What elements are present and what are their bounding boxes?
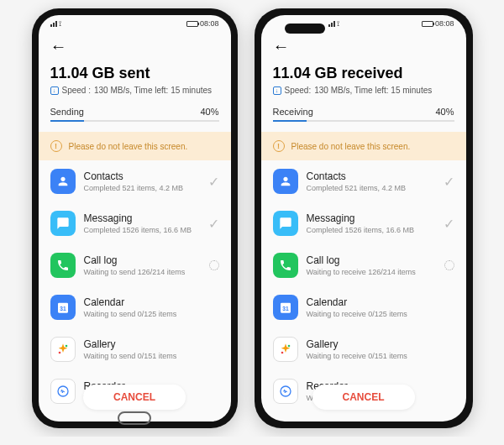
item-title: Gallery <box>307 338 454 350</box>
check-icon: ✓ <box>444 174 454 190</box>
speed-value: 130 MB/s, Time left: 15 minutes <box>94 86 212 95</box>
signal-icon <box>328 21 335 27</box>
list-item[interactable]: MessagingCompleted 1526 items, 16.6 MB✓ <box>50 202 219 244</box>
list-item[interactable]: 31CalendarWaiting to send 0/125 items <box>50 286 219 328</box>
page-title: 11.04 GB sent <box>50 65 219 82</box>
item-subtitle: Completed 521 items, 4.2 MB <box>84 184 200 192</box>
battery-icon <box>186 21 198 27</box>
warning-icon: ! <box>273 140 285 152</box>
item-subtitle: Completed 521 items, 4.2 MB <box>307 184 435 192</box>
calllog-icon <box>273 253 298 278</box>
list-item[interactable]: ContactsCompleted 521 items, 4.2 MB✓ <box>273 160 454 202</box>
list-item[interactable]: GalleryWaiting to receive 0/151 items <box>273 328 454 370</box>
warning-banner: ! Please do not leave this screen. <box>261 132 466 160</box>
spinner-icon <box>444 260 454 270</box>
page-title: 11.04 GB received <box>273 65 454 82</box>
item-subtitle: Waiting to send 126/214 items <box>84 268 201 276</box>
list-item[interactable]: MessagingCompleted 1526 items, 16.6 MB✓ <box>273 202 454 244</box>
gallery-icon <box>50 337 76 362</box>
svg-point-3 <box>58 352 60 354</box>
item-title: Call log <box>84 254 201 266</box>
svg-point-2 <box>65 345 67 348</box>
calllog-icon <box>50 253 76 278</box>
cancel-button[interactable]: CANCEL <box>312 385 415 410</box>
item-title: Gallery <box>84 338 219 350</box>
item-subtitle: Completed 1526 items, 16.6 MB <box>84 226 200 234</box>
tab-indicator <box>273 120 307 122</box>
signal-icon <box>50 21 57 27</box>
list-item[interactable]: Call logWaiting to receive 126/214 items <box>273 244 454 286</box>
check-icon: ✓ <box>208 216 219 232</box>
warning-banner: ! Please do not leave this screen. <box>39 132 231 160</box>
back-button[interactable]: ← <box>273 32 454 61</box>
svg-text:31: 31 <box>60 306 66 312</box>
status-bar: ⟟ 08:08 <box>39 15 231 32</box>
contacts-icon <box>50 169 76 194</box>
item-title: Calendar <box>84 296 219 308</box>
status-time: 08:08 <box>200 19 219 28</box>
item-subtitle: Waiting to receive 126/214 items <box>307 268 436 276</box>
item-subtitle: Waiting to receive 0/125 items <box>307 310 454 318</box>
warning-text: Please do not leave this screen. <box>291 142 411 151</box>
status-time: 08:08 <box>435 19 454 28</box>
item-subtitle: Completed 1526 items, 16.6 MB <box>307 226 435 234</box>
recorder-icon <box>273 379 298 404</box>
item-title: Contacts <box>307 170 435 182</box>
transfer-list: ContactsCompleted 521 items, 4.2 MB✓Mess… <box>50 160 219 412</box>
warning-icon: ! <box>50 140 62 152</box>
speed-value: 130 MB/s, Time left: 15 minutes <box>314 86 432 95</box>
svg-point-8 <box>281 352 283 354</box>
list-item[interactable]: 31CalendarWaiting to receive 0/125 items <box>273 286 454 328</box>
list-item[interactable]: Call logWaiting to send 126/214 items <box>50 244 219 286</box>
gallery-icon <box>273 337 298 362</box>
cancel-button[interactable]: CANCEL <box>83 385 186 410</box>
camera-pill <box>285 24 325 34</box>
messaging-icon <box>50 211 76 236</box>
tab-indicator <box>50 120 84 122</box>
speed-icon: ↓ <box>273 86 281 95</box>
messaging-icon <box>273 211 298 236</box>
progress-percent: 40% <box>435 107 454 117</box>
item-title: Messaging <box>307 212 435 224</box>
svg-point-7 <box>287 345 290 348</box>
tab-sending[interactable]: Sending <box>50 107 84 117</box>
phone-sender: ⟟ 08:08 ← 11.04 GB sent ↓ Speed : 130 MB… <box>32 8 238 428</box>
battery-icon <box>422 21 433 27</box>
progress-percent: 40% <box>200 107 218 117</box>
item-subtitle: Waiting to receive 0/151 items <box>307 352 454 360</box>
speed-icon: ↓ <box>50 86 59 95</box>
check-icon: ✓ <box>208 174 219 190</box>
home-button[interactable] <box>118 411 151 425</box>
back-button[interactable]: ← <box>50 32 219 61</box>
item-title: Contacts <box>84 170 200 182</box>
contacts-icon <box>273 169 298 194</box>
speed-label: Speed: <box>285 86 312 95</box>
item-title: Calendar <box>307 296 454 308</box>
check-icon: ✓ <box>444 216 454 232</box>
item-title: Messaging <box>84 212 200 224</box>
tab-receiving[interactable]: Receiving <box>273 107 313 117</box>
item-subtitle: Waiting to send 0/125 items <box>84 310 219 318</box>
speed-label: Speed : <box>62 86 91 95</box>
calendar-icon: 31 <box>50 295 76 320</box>
phone-receiver: ⟟ 08:08 ← 11.04 GB received ↓ Speed: 130… <box>255 8 473 428</box>
list-item[interactable]: GalleryWaiting to send 0/151 items <box>50 328 219 370</box>
list-item[interactable]: ContactsCompleted 521 items, 4.2 MB✓ <box>50 160 219 202</box>
recorder-icon <box>50 379 76 404</box>
calendar-icon: 31 <box>273 295 298 320</box>
warning-text: Please do not leave this screen. <box>69 142 188 151</box>
transfer-list: ContactsCompleted 521 items, 4.2 MB✓Mess… <box>273 160 454 412</box>
svg-text:31: 31 <box>282 306 289 312</box>
item-subtitle: Waiting to send 0/151 items <box>84 352 219 360</box>
item-title: Call log <box>307 254 436 266</box>
spinner-icon <box>209 260 219 270</box>
